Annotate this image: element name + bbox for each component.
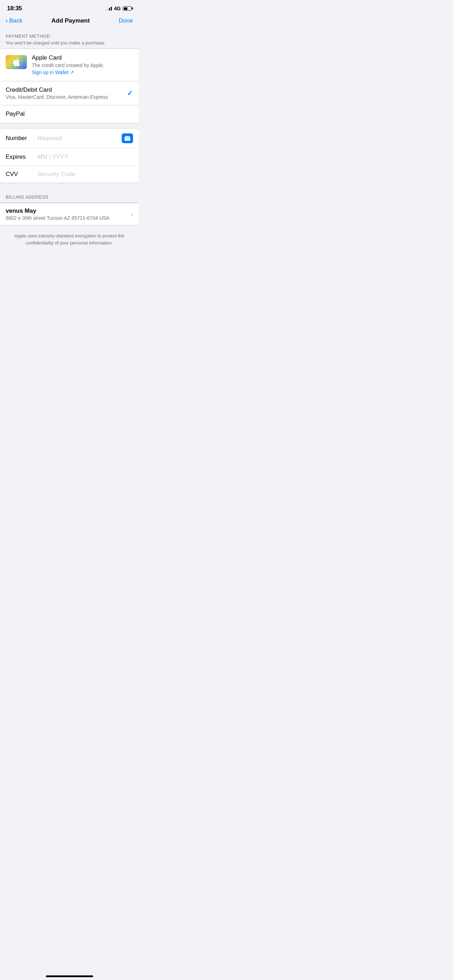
credit-debit-card-title: Credit/Debit Card xyxy=(6,86,127,94)
status-bar: 18:35 4G xyxy=(0,0,139,15)
card-cvv-row[interactable]: CVV Security Code xyxy=(0,166,139,183)
battery-icon xyxy=(123,6,132,11)
camera-icon xyxy=(124,136,130,141)
card-expires-label: Expires xyxy=(6,153,37,161)
status-icons: 4G xyxy=(105,6,132,11)
credit-debit-card-content: Credit/Debit Card Visa, MasterCard, Disc… xyxy=(6,86,127,100)
apple-card-item[interactable]: Apple Card The credit card created by Ap… xyxy=(0,49,139,81)
card-form-section: Number Required Expires MM / YYYY CVV Se… xyxy=(0,128,139,183)
paypal-title: PayPal xyxy=(6,110,133,118)
apple-card-title: Apple Card xyxy=(32,54,133,61)
card-number-input-wrap: Required xyxy=(37,134,133,143)
payment-method-title: PAYMENT METHOD xyxy=(6,33,133,39)
section-gap-2 xyxy=(0,183,139,187)
payment-method-subtitle: You won't be charged until you make a pu… xyxy=(6,40,133,46)
section-gap xyxy=(0,124,139,128)
card-number-row[interactable]: Number Required xyxy=(0,129,139,148)
back-button[interactable]: ‹ Back xyxy=(6,17,22,24)
bottom-space xyxy=(0,253,139,296)
selected-checkmark-icon: ✓ xyxy=(127,89,133,97)
card-expires-row[interactable]: Expires MM / YYYY xyxy=(0,148,139,166)
address-item[interactable]: venus May 5802 e 30th street Tucson AZ 8… xyxy=(0,203,139,226)
card-expires-input-wrap: MM / YYYY xyxy=(37,153,133,161)
card-number-label: Number xyxy=(6,135,37,142)
address-name: venus May xyxy=(6,207,128,215)
back-chevron-icon: ‹ xyxy=(6,17,8,24)
payment-method-header: PAYMENT METHOD You won't be charged unti… xyxy=(0,29,139,49)
paypal-content: PayPal xyxy=(6,110,133,118)
back-label: Back xyxy=(9,17,22,24)
nav-bar: ‹ Back Add Payment Done xyxy=(0,15,139,29)
address-content: venus May 5802 e 30th street Tucson AZ 8… xyxy=(6,207,128,221)
camera-scan-button[interactable] xyxy=(122,134,133,143)
billing-address-header: BILLING ADDRESS xyxy=(0,187,139,203)
credit-debit-card-subtitle: Visa, MasterCard, Discover, American Exp… xyxy=(6,94,127,100)
footer-note: Apple uses industry-standard encryption … xyxy=(0,226,139,253)
done-button[interactable]: Done xyxy=(119,17,133,24)
paypal-item[interactable]: PayPal xyxy=(0,105,139,124)
address-detail: 5802 e 30th street Tucson AZ 85711-6704 … xyxy=(6,215,128,221)
apple-logo-icon xyxy=(12,57,20,67)
credit-debit-card-item[interactable]: Credit/Debit Card Visa, MasterCard, Disc… xyxy=(0,81,139,105)
footer-note-text: Apple uses industry-standard encryption … xyxy=(14,233,124,245)
card-cvv-input-wrap: Security Code xyxy=(37,171,133,178)
card-cvv-placeholder: Security Code xyxy=(37,171,75,178)
card-number-placeholder: Required xyxy=(37,135,62,142)
card-cvv-label: CVV xyxy=(6,171,37,178)
card-expires-placeholder: MM / YYYY xyxy=(37,153,68,161)
apple-card-signup-link[interactable]: Sign up in Wallet ↗ xyxy=(32,70,133,75)
page-title: Add Payment xyxy=(51,17,90,24)
signal-icon xyxy=(105,6,112,11)
apple-card-image xyxy=(6,55,27,69)
chevron-right-icon: › xyxy=(131,211,133,218)
apple-card-info: Apple Card The credit card created by Ap… xyxy=(32,54,133,75)
apple-card-description: The credit card created by Apple. xyxy=(32,62,133,68)
network-label: 4G xyxy=(114,6,121,11)
billing-address-title: BILLING ADDRESS xyxy=(6,194,133,200)
status-time: 18:35 xyxy=(7,5,22,12)
